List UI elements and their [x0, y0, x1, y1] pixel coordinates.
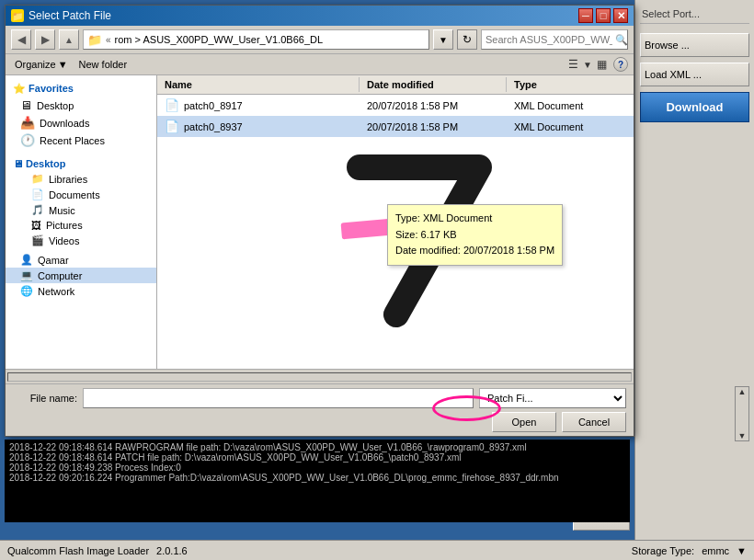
new-folder-button[interactable]: New folder [75, 57, 131, 72]
file-date-8917: 20/07/2018 1:58 PM [360, 98, 507, 113]
downloads-icon: 📥 [20, 116, 35, 130]
recent-icon: 🕐 [20, 133, 35, 147]
storage-label: Storage Type: [632, 545, 694, 556]
minimize-button[interactable]: ─ [578, 8, 593, 23]
pictures-icon: 🖼 [31, 220, 41, 231]
path-label: rom > ASUS_X00PD_WW_User_V1.0B66_DL [115, 34, 425, 45]
sidebar-item-downloads[interactable]: 📥 Downloads [6, 114, 156, 131]
forward-button[interactable]: ▶ [35, 29, 55, 50]
refresh-button[interactable]: ↻ [457, 29, 477, 50]
view-icon-button[interactable]: ☰ [566, 56, 581, 73]
filename-label: File name: [13, 393, 77, 404]
sidebar-item-computer[interactable]: 💻 Computer [6, 268, 156, 283]
maximize-button[interactable]: □ [596, 8, 611, 23]
file-type-8937: XML Document [507, 120, 617, 134]
file-date-8937: 20/07/2018 1:58 PM [360, 120, 507, 134]
button-row: Open Cancel [13, 412, 626, 432]
right-panel-title: Select Port... [640, 5, 749, 24]
sidebar-item-qamar[interactable]: 👤 Qamar [6, 252, 156, 268]
scroll-down-arrow[interactable]: ▼ [738, 431, 747, 440]
secondary-toolbar: Organize ▼ New folder ☰ ▼ ▦ ? [6, 54, 634, 75]
sidebar-item-network[interactable]: 🌐 Network [6, 283, 156, 299]
col-header-date: Date modified [360, 77, 507, 92]
computer-icon: 💻 [20, 269, 33, 281]
tooltip-type: Type: XML Document [395, 211, 554, 227]
dialog-bottom: File name: Patch Fi... Open Cancel [6, 383, 634, 436]
file-row-8917[interactable]: 📄 patch0_8917 20/07/2018 1:58 PM XML Doc… [157, 95, 634, 116]
file-name-8917: 📄 patch0_8917 [157, 97, 360, 114]
network-icon: 🌐 [20, 285, 33, 297]
nav-toolbar: ◀ ▶ ▲ 📁 « rom > ASUS_X00PD_WW_User_V1.0B… [6, 26, 634, 54]
close-button[interactable]: ✕ [613, 8, 628, 23]
sidebar-desktop-title[interactable]: 🖥 Desktop [6, 154, 156, 171]
scroll-up-arrow[interactable]: ▲ [738, 387, 747, 396]
organize-button[interactable]: Organize ▼ [11, 57, 72, 72]
titlebar-left: 📁 Select Patch File [11, 9, 111, 22]
right-panel: Select Port... Browse ... Load XML ... D… [634, 0, 754, 560]
sidebar-item-pictures[interactable]: 🖼 Pictures [6, 218, 156, 233]
dialog-titlebar: 📁 Select Patch File ─ □ ✕ [6, 6, 634, 26]
file-list-header: Name Date modified Type [157, 75, 634, 95]
folder-icon: 📁 [31, 173, 44, 185]
storage-value: emmc [702, 545, 729, 556]
file-list: Name Date modified Type 📄 patch0_8917 20… [157, 75, 634, 369]
qamar-icon: 👤 [20, 254, 33, 266]
filename-row: File name: Patch Fi... [13, 388, 626, 408]
videos-icon: 🎬 [31, 234, 44, 246]
back-button[interactable]: ◀ [11, 29, 31, 50]
path-dropdown-button[interactable]: ▼ [433, 29, 453, 50]
log-line-3: 2018-12-22 09:18:49.238 Process Index:0 [9, 463, 625, 473]
right-scrollbar[interactable]: ▲ ▼ [735, 386, 749, 441]
open-button[interactable]: Open [492, 412, 556, 432]
log-line-2: 2018-12-22 09:18:48.614 PATCH file path:… [9, 452, 625, 463]
status-left: Qualcomm Flash Image Loader 2.0.1.6 [7, 545, 188, 556]
sidebar-item-videos[interactable]: 🎬 Videos [6, 233, 156, 248]
app-version: 2.0.1.6 [156, 545, 188, 556]
dialog-title-icon: 📁 [11, 9, 24, 22]
app-name: Qualcomm Flash Image Loader [7, 545, 149, 556]
up-button[interactable]: ▲ [59, 29, 79, 50]
path-icon: 📁 [87, 33, 102, 47]
sidebar: ⭐ Favorites 🖥 Desktop 📥 Downloads 🕐 Rece… [6, 75, 157, 369]
preview-button[interactable]: ▦ [594, 56, 610, 73]
dialog-content: ⭐ Favorites 🖥 Desktop 📥 Downloads 🕐 Rece… [6, 75, 634, 369]
cancel-button[interactable]: Cancel [562, 412, 626, 432]
storage-dropdown[interactable]: ▼ [737, 545, 747, 556]
sidebar-item-documents[interactable]: 📄 Documents [6, 187, 156, 202]
tooltip-size: Size: 6.17 KB [395, 227, 554, 244]
status-bar: Qualcomm Flash Image Loader 2.0.1.6 Stor… [0, 540, 754, 560]
sidebar-item-recent-places[interactable]: 🕐 Recent Places [6, 131, 156, 149]
file-tooltip: Type: XML Document Size: 6.17 KB Date mo… [387, 204, 563, 266]
filename-input[interactable] [83, 388, 474, 408]
download-button[interactable]: Download [640, 92, 749, 122]
file-row-8937[interactable]: 📄 patch0_8937 20/07/2018 1:58 PM XML Doc… [157, 116, 634, 137]
status-right: Storage Type: emmc ▼ [632, 545, 747, 556]
dialog-title-text: Select Patch File [29, 9, 111, 22]
filetype-select[interactable]: Patch Fi... [479, 388, 626, 408]
search-box: 🔍 [481, 29, 628, 50]
file-name-8937: 📄 patch0_8937 [157, 118, 360, 135]
view-buttons: ☰ ▼ ▦ [566, 56, 610, 73]
help-button[interactable]: ? [613, 57, 628, 72]
path-separator: « [106, 35, 111, 45]
xml-icon-8917: 📄 [165, 98, 179, 112]
scrollbar-track[interactable] [7, 372, 632, 382]
sidebar-favorites-title[interactable]: ⭐ Favorites [6, 79, 156, 97]
documents-icon: 📄 [31, 189, 44, 200]
path-bar: 📁 « rom > ASUS_X00PD_WW_User_V1.0B66_DL [83, 29, 429, 50]
sidebar-item-desktop[interactable]: 🖥 Desktop [6, 97, 156, 114]
log-line-1: 2018-12-22 09:18:48.614 RAWPROGRAM file … [9, 442, 625, 452]
sidebar-item-music[interactable]: 🎵 Music [6, 202, 156, 218]
col-header-name: Name [157, 77, 360, 92]
load-xml-button[interactable]: Load XML ... [640, 63, 749, 86]
search-icon: 🔍 [615, 34, 628, 46]
search-input[interactable] [486, 34, 612, 45]
view-dropdown[interactable]: ▼ [583, 60, 592, 70]
horizontal-scrollbar[interactable] [6, 369, 634, 383]
music-icon: 🎵 [31, 204, 44, 216]
file-type-8917: XML Document [507, 98, 617, 113]
browse-button[interactable]: Browse ... [640, 33, 749, 57]
desktop-icon: 🖥 [20, 98, 32, 112]
select-patch-file-dialog: 📁 Select Patch File ─ □ ✕ ◀ ▶ ▲ 📁 « rom … [5, 5, 634, 437]
sidebar-item-libraries[interactable]: 📁 Libraries [6, 171, 156, 187]
